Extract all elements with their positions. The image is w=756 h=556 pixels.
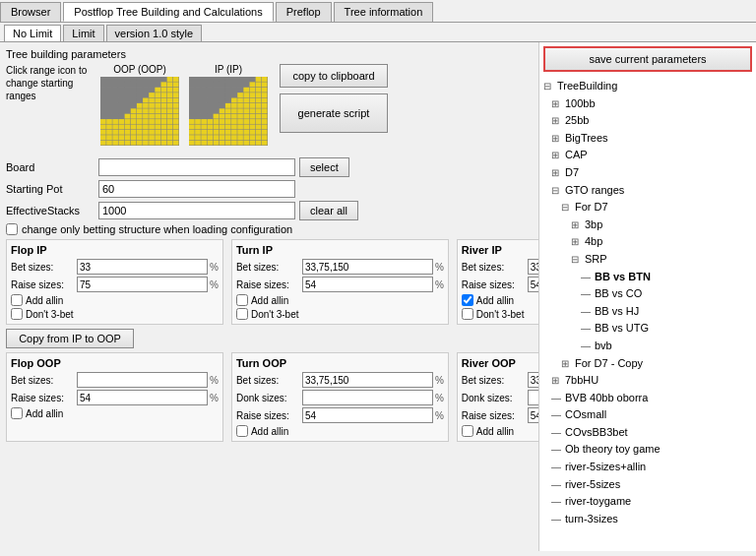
flop-oop-allin-checkbox[interactable] [11, 407, 23, 419]
flop-ip-allin-label: Add allin [26, 295, 63, 306]
tree-item[interactable]: — BB vs CO [543, 285, 752, 303]
tree-item[interactable]: ⊞ CAP [543, 147, 752, 164]
main-tab-bar: Browser Postflop Tree Building and Calcu… [0, 0, 756, 23]
turn-oop-section: Turn OOP Bet sizes: % Donk sizes: % Rais… [231, 352, 449, 442]
tree-item[interactable]: ⊞ BigTrees [543, 130, 752, 148]
turn-oop-title: Turn OOP [236, 357, 444, 369]
tab-browser[interactable]: Browser [0, 2, 61, 22]
sub-tab-version[interactable]: version 1.0 style [106, 25, 202, 41]
river-ip-raise-input[interactable] [528, 277, 539, 292]
turn-ip-3bet-checkbox[interactable] [236, 308, 248, 320]
tree-item[interactable]: ⊞ 100bb [543, 95, 752, 113]
river-ip-3bet-checkbox[interactable] [462, 308, 473, 320]
river-oop-section: River OOP Bet sizes: % Donk sizes: % Rai… [457, 352, 539, 442]
tree-item[interactable]: — bvb [543, 338, 752, 355]
turn-oop-donk-input[interactable] [302, 390, 433, 405]
flop-oop-raise-input[interactable] [77, 390, 208, 405]
sub-tab-limit[interactable]: Limit [63, 25, 103, 41]
turn-ip-section: Turn IP Bet sizes: % Raise sizes: % Add … [231, 239, 449, 325]
tab-preflop[interactable]: Preflop [276, 2, 332, 22]
tab-tree-info[interactable]: Tree information [334, 2, 434, 22]
oop-range-image[interactable] [100, 77, 179, 146]
tree-item[interactable]: — turn-3sizes [543, 511, 752, 528]
tree-item[interactable]: ⊟ SRP [543, 251, 752, 269]
copy-ip-to-oop-button[interactable]: Copy from IP to OOP [6, 329, 134, 348]
sub-tab-no-limit[interactable]: No Limit [4, 25, 61, 41]
tree-item[interactable]: — river-5sizes+allin [543, 459, 752, 476]
clear-all-button[interactable]: clear all [299, 201, 358, 220]
copy-clipboard-button[interactable]: copy to clipboard [280, 64, 388, 88]
effective-stacks-input[interactable] [98, 202, 295, 219]
sub-tab-bar: No Limit Limit version 1.0 style [0, 23, 756, 42]
flop-oop-allin-label: Add allin [26, 408, 63, 419]
tree-item[interactable]: — BB vs UTG [543, 320, 752, 338]
turn-ip-raise-input[interactable] [302, 277, 433, 292]
tree-item[interactable]: ⊞ 4bp [543, 233, 752, 251]
flop-ip-title: Flop IP [11, 244, 219, 256]
save-current-button[interactable]: save current parameters [543, 46, 752, 72]
turn-ip-raise-label: Raise sizes: [236, 279, 300, 290]
tab-postflop[interactable]: Postflop Tree Building and Calculations [63, 2, 273, 22]
starting-pot-input[interactable] [98, 180, 295, 198]
turn-oop-bet-label: Bet sizes: [236, 375, 300, 386]
turn-oop-allin-checkbox[interactable] [236, 425, 248, 437]
flop-ip-raise-input[interactable] [77, 277, 208, 292]
flop-ip-raise-label: Raise sizes: [11, 279, 75, 290]
river-oop-allin-label: Add allin [476, 426, 514, 437]
river-oop-allin-checkbox[interactable] [462, 425, 473, 437]
tree-item[interactable]: — COsmall [543, 406, 752, 424]
river-ip-title: River IP [462, 244, 539, 256]
flop-ip-section: Flop IP Bet sizes: % Raise sizes: % Add … [6, 239, 223, 325]
tree-item[interactable]: — Ob theory toy game [543, 441, 752, 459]
river-oop-donk-input[interactable] [528, 390, 539, 405]
ip-range-image[interactable] [189, 77, 268, 146]
select-button[interactable]: select [299, 157, 349, 177]
tree-item[interactable]: — COvsBB3bet [543, 424, 752, 442]
river-oop-donk-label: Donk sizes: [462, 393, 526, 403]
turn-ip-allin-checkbox[interactable] [236, 294, 248, 306]
turn-oop-allin-label: Add allin [251, 426, 288, 437]
tree-view: ⊟ TreeBuilding⊞ 100bb⊞ 25bb⊞ BigTrees⊞ C… [543, 78, 752, 527]
flop-oop-bet-input[interactable] [77, 372, 208, 388]
river-oop-raise-label: Raise sizes: [462, 410, 526, 421]
tree-item[interactable]: ⊞ For D7 - Copy [543, 355, 752, 373]
tree-item[interactable]: ⊞ 7bbHU [543, 372, 752, 390]
river-oop-bet-input[interactable] [528, 372, 539, 388]
tree-item[interactable]: ⊞ 25bb [543, 112, 752, 130]
tree-item[interactable]: ⊟ TreeBuilding [543, 78, 752, 95]
flop-ip-3bet-checkbox[interactable] [11, 308, 23, 320]
tree-item[interactable]: — BVB 40bb oborra [543, 390, 752, 407]
tree-item[interactable]: ⊟ GTO ranges [543, 182, 752, 200]
change-betting-checkbox[interactable] [6, 223, 18, 235]
river-oop-bet-label: Bet sizes: [462, 375, 526, 386]
turn-ip-bet-input[interactable] [302, 259, 433, 275]
tree-item[interactable]: ⊟ For D7 [543, 199, 752, 216]
tree-item[interactable]: — BB vs HJ [543, 303, 752, 321]
river-ip-bet-input[interactable] [528, 259, 539, 275]
change-betting-label: change only betting structure when loadi… [22, 223, 292, 235]
oop-header: OOP (OOP) [113, 64, 166, 75]
turn-oop-bet-input[interactable] [302, 372, 433, 388]
flop-oop-bet-label: Bet sizes: [11, 375, 75, 386]
turn-ip-title: Turn IP [236, 244, 444, 256]
river-ip-allin-checkbox[interactable] [462, 294, 473, 306]
section-title: Tree building parameters [6, 48, 533, 60]
flop-oop-section: Flop OOP Bet sizes: % Raise sizes: % Add… [6, 352, 223, 442]
tree-item[interactable]: ⊞ D7 [543, 164, 752, 182]
river-oop-raise-input[interactable] [528, 407, 539, 423]
turn-ip-bet-label: Bet sizes: [236, 262, 300, 273]
river-ip-bet-label: Bet sizes: [462, 262, 526, 273]
tree-item[interactable]: — river-5sizes [543, 476, 752, 494]
river-oop-title: River OOP [462, 357, 539, 369]
turn-oop-raise-input[interactable] [302, 407, 433, 423]
tree-item[interactable]: — BB vs BTN [543, 269, 752, 286]
flop-ip-allin-checkbox[interactable] [11, 294, 23, 306]
flop-ip-bet-input[interactable] [77, 259, 208, 275]
river-ip-3bet-label: Don't 3-bet [476, 309, 525, 320]
generate-script-button[interactable]: generate script [280, 93, 388, 133]
tree-item[interactable]: — river-toygame [543, 493, 752, 511]
right-panel: save current parameters ⊟ TreeBuilding⊞ … [539, 42, 756, 551]
tree-item[interactable]: ⊞ 3bp [543, 216, 752, 234]
board-input[interactable] [98, 158, 295, 176]
board-label: Board [6, 161, 94, 173]
